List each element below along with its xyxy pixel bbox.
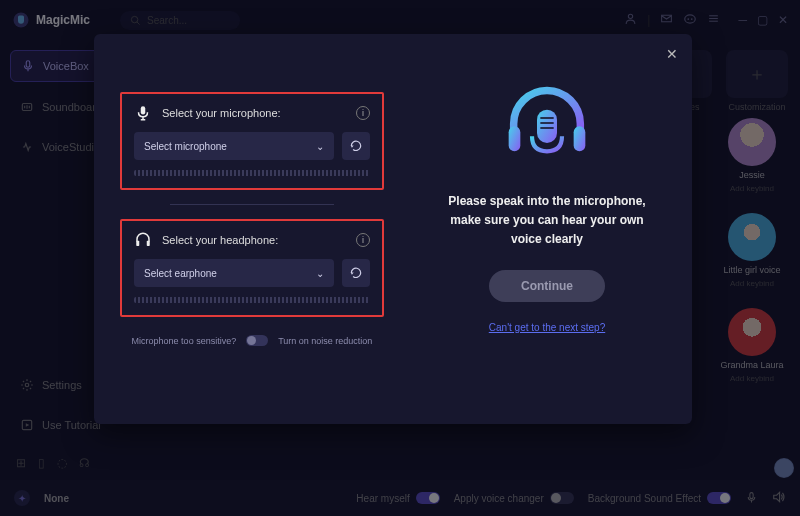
headphone-dropdown[interactable]: Select earphone ⌄: [134, 259, 334, 287]
microphone-title: Select your microphone:: [162, 107, 281, 119]
microphone-icon: [134, 104, 152, 122]
svg-rect-27: [574, 126, 586, 151]
microphone-value: Select microphone: [144, 141, 227, 152]
modal-left-panel: Select your microphone: i Select microph…: [94, 34, 402, 424]
headphone-icon: [134, 231, 152, 249]
info-icon[interactable]: i: [356, 233, 370, 247]
chevron-down-icon: ⌄: [316, 268, 324, 279]
headphone-level-meter: [134, 297, 370, 303]
svg-rect-28: [537, 110, 557, 143]
headphone-refresh-button[interactable]: [342, 259, 370, 287]
headphone-title: Select your headphone:: [162, 234, 278, 246]
info-icon[interactable]: i: [356, 106, 370, 120]
svg-marker-22: [351, 145, 354, 147]
setup-prompt: Please speak into the microphone, make s…: [428, 192, 666, 250]
microphone-refresh-button[interactable]: [342, 132, 370, 160]
nr-label: Turn on noise reduction: [278, 336, 372, 346]
microphone-level-meter: [134, 170, 370, 176]
continue-button[interactable]: Continue: [489, 270, 605, 302]
headset-mic-illustration: [497, 78, 597, 178]
svg-marker-25: [351, 272, 354, 274]
refresh-icon: [349, 139, 363, 153]
chevron-down-icon: ⌄: [316, 141, 324, 152]
microphone-dropdown[interactable]: Select microphone ⌄: [134, 132, 334, 160]
help-link-text: Can't get to the next step?: [489, 322, 605, 333]
nr-question: Microphone too sensitive?: [132, 336, 237, 346]
modal-close-button[interactable]: ✕: [666, 46, 678, 62]
noise-reduction-toggle[interactable]: [246, 335, 268, 346]
device-setup-modal: ✕ Select your microphone: i Select micro…: [94, 34, 692, 424]
headphone-section: Select your headphone: i Select earphone…: [120, 219, 384, 317]
divider: [170, 204, 334, 205]
noise-reduction-row: Microphone too sensitive? Turn on noise …: [120, 335, 384, 346]
svg-rect-24: [147, 241, 150, 246]
svg-rect-26: [509, 126, 521, 151]
refresh-icon: [349, 266, 363, 280]
svg-rect-21: [141, 106, 146, 114]
headphone-value: Select earphone: [144, 268, 217, 279]
svg-rect-23: [136, 241, 139, 246]
continue-label: Continue: [521, 279, 573, 293]
modal-right-panel: Please speak into the microphone, make s…: [402, 34, 692, 424]
microphone-section: Select your microphone: i Select microph…: [120, 92, 384, 190]
help-link[interactable]: Can't get to the next step?: [489, 322, 605, 333]
